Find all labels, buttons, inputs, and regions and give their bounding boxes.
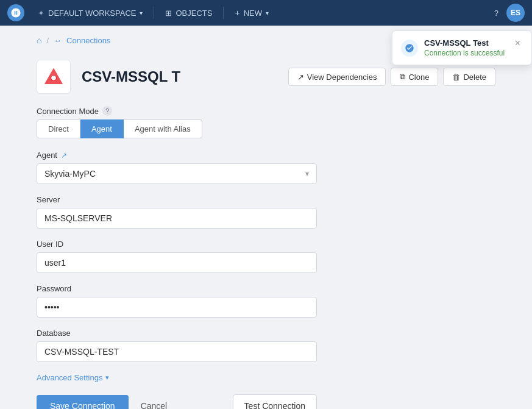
- database-label: Database: [37, 329, 317, 338]
- password-label: Password: [37, 284, 317, 293]
- server-input[interactable]: [37, 208, 317, 229]
- test-connection-button[interactable]: Test Connection: [233, 394, 317, 409]
- dropdown-chevron-icon: ▾: [305, 169, 309, 178]
- workspace-chevron-icon: ▾: [140, 10, 143, 16]
- plus-icon: +: [235, 8, 239, 18]
- objects-label: OBJECTS: [176, 9, 212, 18]
- advanced-settings-link[interactable]: Advanced Settings ▾: [37, 373, 317, 382]
- server-label: Server: [37, 195, 317, 204]
- mode-tab-agent[interactable]: Agent: [80, 119, 124, 138]
- clone-label: Clone: [408, 73, 429, 82]
- toast-message: Connection is successful: [424, 49, 505, 57]
- objects-button[interactable]: ⊞ OBJECTS: [159, 5, 218, 21]
- mode-tab-direct[interactable]: Direct: [37, 119, 80, 138]
- help-icon: ?: [494, 9, 498, 18]
- database-input[interactable]: [37, 341, 317, 362]
- app-logo[interactable]: [7, 4, 24, 21]
- mode-tab-agent-alias[interactable]: Agent with Alias: [124, 119, 202, 138]
- help-button[interactable]: ?: [490, 5, 503, 21]
- database-field-group: Database: [37, 329, 317, 362]
- workspace-label: DEFAULT WORKSPACE: [48, 9, 136, 18]
- save-connection-button[interactable]: Save Connection: [37, 395, 129, 409]
- advanced-settings-label: Advanced Settings: [37, 373, 102, 382]
- grid-icon: ⊞: [165, 9, 172, 18]
- new-chevron-icon: ▾: [266, 10, 269, 16]
- page-title: CSV-MSSQL T: [82, 68, 277, 85]
- page-actions: ↗ View Dependencies ⧉ Clone 🗑 Delete: [288, 68, 495, 86]
- toast-title: CSV-MSSQL Test: [424, 38, 505, 48]
- trash-icon: 🗑: [452, 73, 460, 82]
- toast-body: CSV-MSSQL Test Connection is successful: [424, 38, 505, 57]
- connection-mode-help-icon[interactable]: ?: [102, 106, 112, 116]
- agent-field-group: Agent ↗ Skyvia-MyPC ▾: [37, 151, 317, 184]
- connections-icon: ↔: [54, 36, 62, 45]
- server-field-group: Server: [37, 195, 317, 229]
- delete-label: Delete: [463, 73, 486, 82]
- delete-button[interactable]: 🗑 Delete: [443, 68, 495, 86]
- userid-input[interactable]: [37, 252, 317, 273]
- connection-mode-label: Connection Mode ?: [37, 106, 317, 116]
- view-dependencies-label: View Dependencies: [307, 73, 377, 82]
- form-wrapper: Connection Mode ? Direct Agent Agent wit…: [37, 106, 317, 409]
- agent-external-link-icon[interactable]: ↗: [61, 151, 67, 160]
- advanced-chevron-icon: ▾: [105, 374, 109, 382]
- new-label: NEW: [244, 9, 262, 18]
- nav-separator: [154, 7, 154, 19]
- view-dependencies-button[interactable]: ↗ View Dependencies: [288, 68, 386, 86]
- topnav: ✦ DEFAULT WORKSPACE ▾ ⊞ OBJECTS + NEW ▾ …: [0, 0, 532, 26]
- connection-mode-tabs: Direct Agent Agent with Alias: [37, 119, 317, 138]
- clone-button[interactable]: ⧉ Clone: [391, 68, 438, 86]
- toast-close-button[interactable]: ×: [514, 38, 522, 48]
- nav-separator-2: [223, 7, 224, 19]
- workspace-button[interactable]: ✦ DEFAULT WORKSPACE ▾: [32, 5, 149, 21]
- toast-notification: CSV-MSSQL Test Connection is successful …: [392, 30, 532, 65]
- avatar-initials: ES: [511, 9, 520, 17]
- new-button[interactable]: + NEW ▾: [229, 5, 275, 21]
- toast-icon: [401, 40, 418, 57]
- userid-field-group: User ID: [37, 240, 317, 273]
- password-input[interactable]: [37, 297, 317, 318]
- action-row: Save Connection Cancel Test Connection: [37, 394, 317, 409]
- page-icon: [37, 60, 71, 94]
- breadcrumb-separator: /: [46, 36, 49, 45]
- password-field-group: Password: [37, 284, 317, 318]
- home-icon[interactable]: ⌂: [37, 35, 41, 45]
- connection-mode-section: Connection Mode ? Direct Agent Agent wit…: [37, 106, 317, 138]
- userid-label: User ID: [37, 240, 317, 249]
- cancel-button[interactable]: Cancel: [136, 395, 172, 409]
- dependencies-icon: ↗: [297, 73, 304, 82]
- agent-dropdown[interactable]: Skyvia-MyPC ▾: [37, 163, 317, 184]
- connections-link[interactable]: Connections: [66, 36, 110, 45]
- user-avatar[interactable]: ES: [506, 4, 525, 22]
- main-content: CSV-MSSQL Test Connection is successful …: [0, 26, 532, 409]
- agent-value: Skyvia-MyPC: [44, 169, 96, 179]
- topnav-right: ? ES: [490, 4, 525, 22]
- svg-point-2: [51, 75, 57, 80]
- agent-label: Agent ↗: [37, 151, 317, 160]
- clone-icon: ⧉: [400, 72, 405, 82]
